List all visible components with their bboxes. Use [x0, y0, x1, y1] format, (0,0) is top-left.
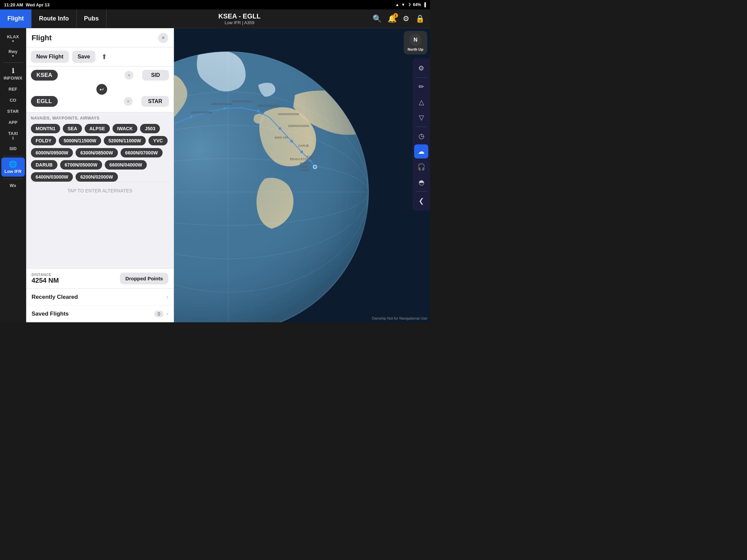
map-label-darub: DARUB: [298, 144, 309, 148]
waypoint-chip[interactable]: SEA: [63, 124, 82, 133]
share-button[interactable]: ⬆: [99, 51, 110, 62]
rwy-dropdown-icon: ▾: [12, 54, 14, 58]
sidebar-item-taxi[interactable]: TAXI 1: [1, 128, 25, 143]
sidebar-item-ref[interactable]: REF: [1, 84, 25, 94]
list-section: Recently Cleared › Saved Flights 0 ›: [26, 288, 174, 322]
tool-gear[interactable]: ⚙: [414, 61, 428, 75]
tab-route-info[interactable]: Route Info: [31, 9, 77, 28]
tool-semicircle[interactable]: ◓: [414, 175, 428, 189]
recently-cleared-row[interactable]: Recently Cleared ›: [26, 289, 174, 305]
sidebar-item-co[interactable]: CO: [1, 95, 25, 105]
save-button[interactable]: Save: [72, 51, 95, 63]
waypoint-chip[interactable]: IWACK: [112, 124, 138, 133]
sidebar-label-sid: SID: [9, 146, 17, 151]
battery-icon: ▐: [423, 2, 426, 7]
waypoint-chip[interactable]: FOLDY: [31, 136, 56, 145]
taxi-sub: 1: [12, 136, 14, 140]
map-label-lake: LAKE: [300, 165, 308, 168]
sidebar-label-taxi: TAXI: [8, 131, 18, 136]
waypoint-chip[interactable]: 6000N/09500W: [31, 148, 73, 157]
panel-close-button[interactable]: ×: [158, 33, 168, 43]
waypoint-chip[interactable]: DARUB: [31, 160, 57, 169]
nav-bar: Flight Route Info Pubs KSEA - EGLL Low I…: [0, 9, 430, 28]
origin-clear-button[interactable]: ×: [125, 71, 133, 80]
tool-collapse[interactable]: ❮: [414, 194, 428, 208]
waypoint-chip[interactable]: 6600N/07000W: [121, 148, 162, 157]
tool-triangle-up[interactable]: △: [414, 95, 428, 109]
map-label-bird-fir: BIRD FIR: [275, 136, 288, 139]
svg-point-13: [279, 127, 281, 130]
panel-header: Flight ×: [26, 28, 174, 47]
waypoint-chip[interactable]: 6300N/08500W: [76, 148, 118, 157]
tab-pubs[interactable]: Pubs: [77, 9, 106, 28]
sidebar-item-sid[interactable]: SID: [1, 143, 25, 154]
settings-button[interactable]: ⚙: [403, 15, 409, 23]
left-sidebar: KLAX ▾ Rwy ▾ ℹ INFO/WX REF CO STAR APP T…: [0, 28, 26, 322]
klax-dropdown-icon: ▾: [12, 39, 14, 43]
distance-value: 4254 NM: [31, 277, 59, 284]
tool-clock[interactable]: ◷: [414, 129, 428, 143]
sidebar-item-rwy[interactable]: Rwy ▾: [1, 46, 25, 60]
sidebar-item-wx[interactable]: Wx: [1, 180, 25, 191]
tool-pen[interactable]: ✏: [414, 80, 428, 94]
waypoint-chip[interactable]: 6200N/02000W: [76, 172, 118, 182]
sidebar-label-app: APP: [8, 120, 18, 125]
sidebar-label-co: CO: [10, 98, 17, 103]
star-button[interactable]: STAR: [141, 96, 169, 107]
tab-flight[interactable]: Flight: [0, 9, 31, 28]
sidebar-item-lowifr[interactable]: 🌐 Low IFR: [1, 157, 25, 177]
waypoint-chip[interactable]: 5000N/11500W: [59, 136, 101, 145]
lock-button[interactable]: 🔒: [415, 15, 424, 23]
waypoint-chip[interactable]: ALPSE: [85, 124, 110, 133]
map-label-6000: 6000N/09500W: [191, 111, 213, 114]
wifi-icon: ▲: [395, 2, 400, 7]
alternates-section[interactable]: TAP TO ENTER ALTERNATES: [31, 182, 169, 199]
airport-section: KSEA × SID ↩ EGLL × STAR: [26, 66, 174, 112]
map-label-6600-7000: 6600N/07000W: [211, 102, 232, 106]
waypoint-chip[interactable]: MONTN1: [31, 124, 60, 133]
waypoint-chip[interactable]: 6700N/05000W: [60, 160, 102, 169]
status-icons: ▲ ▼ ☽ 64% ▐: [395, 2, 426, 7]
sidebar-item-app[interactable]: APP: [1, 117, 25, 128]
map-label-rovla: ROVLA: [300, 162, 310, 165]
saved-flights-chevron: ›: [166, 310, 168, 317]
waypoint-chip[interactable]: 6400N/03000W: [31, 172, 73, 182]
tool-headphone[interactable]: 🎧: [414, 160, 428, 174]
saved-flights-row[interactable]: Saved Flights 0 ›: [26, 305, 174, 322]
map-label-6400: 6400N/03000W: [278, 112, 299, 116]
map-label-nugr: NUGR: [300, 168, 309, 172]
waypoint-chip[interactable]: 5200N/11000W: [104, 136, 146, 145]
recently-cleared-chevron: ›: [166, 293, 168, 300]
notify-button[interactable]: 🔔 1: [388, 15, 397, 23]
sidebar-divider-1: [3, 62, 23, 63]
north-up-button[interactable]: N North Up: [404, 31, 427, 54]
map-label-eraka: ERAKA ETSOM: [290, 157, 311, 161]
route-subtitle: Low IFR | A359: [225, 20, 255, 25]
route-info-center: KSEA - EGLL Low IFR | A359: [106, 12, 372, 25]
waypoint-chip[interactable]: J503: [140, 124, 160, 133]
battery-percent: 64%: [413, 2, 421, 7]
right-toolbar: ⚙ ✏ △ ▽ ◷ ☁ 🎧 ◓ ❮: [412, 58, 430, 211]
dropped-points-button[interactable]: Dropped Points: [120, 273, 168, 284]
sidebar-item-infowx[interactable]: ℹ INFO/WX: [1, 64, 25, 83]
new-flight-button[interactable]: New Flight: [31, 51, 69, 63]
origin-badge[interactable]: KSEA: [31, 70, 58, 81]
destination-clear-button[interactable]: ×: [124, 97, 133, 106]
sidebar-divider-3: [3, 179, 23, 179]
waypoint-chip[interactable]: 6600N/04000W: [105, 160, 147, 169]
sidebar-label-star: STAR: [7, 109, 19, 114]
sidebar-item-star[interactable]: STAR: [1, 106, 25, 116]
tool-cloud[interactable]: ☁: [414, 144, 428, 158]
tool-triangle-down[interactable]: ▽: [414, 110, 428, 125]
destination-badge[interactable]: EGLL: [31, 96, 58, 107]
waypoint-chip[interactable]: YVC: [149, 136, 168, 145]
swap-button[interactable]: ↩: [96, 84, 107, 95]
recently-cleared-label: Recently Cleared: [31, 294, 166, 300]
saved-flights-count: 0: [154, 311, 163, 317]
panel-toolbar: New Flight Save ⬆: [26, 47, 174, 66]
sid-button[interactable]: SID: [142, 70, 169, 81]
map-label-6200: 6200N/02000W: [288, 124, 309, 128]
sidebar-label-infowx: INFO/WX: [4, 76, 23, 81]
sidebar-item-klax[interactable]: KLAX ▾: [1, 31, 25, 46]
search-button[interactable]: 🔍: [372, 15, 382, 23]
